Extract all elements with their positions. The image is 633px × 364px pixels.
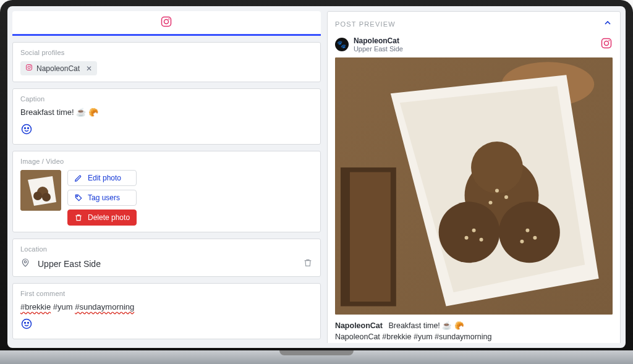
- svg-point-1: [164, 19, 169, 23]
- svg-point-17: [28, 322, 29, 323]
- svg-point-2: [169, 18, 170, 19]
- svg-point-34: [464, 236, 468, 240]
- preview-caption: NapoleonCat Breakfast time! ☕ 🥐: [335, 321, 613, 330]
- emoji-picker-button[interactable]: [20, 318, 33, 330]
- post-preview-panel: POST PREVIEW 🐾 NapoleonCat Upper East Si…: [327, 11, 621, 343]
- preview-caption-text: Breakfast time! ☕ 🥐: [388, 321, 464, 330]
- media-label: Image / Video: [20, 158, 313, 165]
- profile-chip-label: NapoleonCat: [36, 64, 80, 73]
- preview-hashtags-text: #brekkie #yum #sundaymorning: [382, 332, 491, 341]
- svg-point-28: [499, 201, 560, 263]
- svg-point-4: [28, 66, 30, 69]
- post-preview-title: POST PREVIEW: [335, 20, 396, 28]
- laptop-base: [0, 350, 633, 364]
- svg-point-15: [22, 320, 32, 329]
- svg-point-6: [22, 125, 32, 134]
- preview-hashtags-user: NapoleonCat: [335, 332, 380, 341]
- svg-point-33: [472, 229, 475, 232]
- location-clear-button[interactable]: [303, 258, 313, 270]
- location-pin-icon: [20, 258, 30, 270]
- tag-users-button[interactable]: Tag users: [67, 190, 137, 206]
- svg-point-12: [42, 193, 51, 201]
- svg-point-20: [608, 40, 610, 41]
- svg-point-32: [488, 201, 492, 205]
- laptop-frame: Social profiles Napol: [0, 0, 633, 364]
- svg-point-8: [28, 127, 29, 129]
- location-input[interactable]: [36, 258, 297, 269]
- instagram-icon: [160, 15, 172, 30]
- instagram-icon: [600, 37, 613, 52]
- caption-card: Caption Breakfast time! ☕ 🥐: [12, 88, 321, 145]
- media-card: Image / Video: [12, 151, 321, 232]
- caption-text[interactable]: Breakfast time! ☕ 🥐: [20, 108, 313, 117]
- delete-photo-button[interactable]: Delete photo: [67, 210, 137, 226]
- preview-account-name: NapoleonCat: [354, 36, 403, 45]
- svg-rect-18: [602, 39, 611, 48]
- first-comment-card: First comment #brekkie #yum #sundaymorni…: [12, 283, 321, 339]
- avatar: 🐾: [335, 38, 349, 51]
- svg-point-31: [504, 195, 508, 199]
- svg-point-7: [25, 127, 26, 129]
- first-comment-label: First comment: [20, 290, 313, 297]
- svg-point-36: [525, 229, 529, 232]
- svg-point-30: [495, 188, 499, 192]
- svg-rect-3: [27, 65, 32, 70]
- location-card: Location: [12, 239, 321, 277]
- svg-rect-0: [162, 17, 171, 26]
- social-profiles-card: Social profiles Napol: [12, 42, 321, 82]
- location-label: Location: [20, 245, 313, 253]
- svg-point-29: [471, 142, 523, 193]
- delete-photo-label: Delete photo: [88, 213, 130, 222]
- svg-point-14: [24, 261, 26, 263]
- social-profiles-label: Social profiles: [20, 49, 313, 56]
- svg-rect-25: [350, 172, 391, 302]
- edit-photo-label: Edit photo: [88, 174, 121, 182]
- edit-photo-button[interactable]: Edit photo: [67, 170, 137, 186]
- svg-point-37: [533, 236, 537, 240]
- hashtag-3: #sundaymorning: [75, 302, 134, 311]
- channel-tab-instagram[interactable]: [12, 11, 321, 36]
- collapse-preview-button[interactable]: [603, 18, 613, 30]
- svg-point-19: [605, 41, 609, 46]
- hashtag-1: #brekkie: [20, 302, 51, 311]
- screen: Social profiles Napol: [7, 6, 626, 348]
- preview-hashtags: NapoleonCat #brekkie #yum #sundaymorning: [335, 332, 613, 341]
- preview-caption-user: NapoleonCat: [335, 321, 383, 330]
- composer-app: Social profiles Napol: [12, 11, 621, 343]
- svg-point-5: [30, 66, 31, 66]
- svg-point-11: [33, 192, 42, 200]
- svg-point-35: [479, 238, 483, 242]
- emoji-picker-button[interactable]: [20, 123, 33, 135]
- laptop-notch: [279, 350, 354, 355]
- svg-point-27: [439, 201, 500, 263]
- first-comment-text[interactable]: #brekkie #yum #sundaymorning: [20, 302, 313, 311]
- profile-chip-napoleoncat[interactable]: NapoleonCat ✕: [20, 61, 97, 75]
- profile-chip-remove[interactable]: ✕: [86, 64, 92, 73]
- preview-account-sub: Upper East Side: [354, 45, 403, 53]
- instagram-icon: [25, 64, 33, 73]
- svg-point-13: [77, 196, 78, 197]
- preview-image: [335, 57, 613, 315]
- media-thumbnail[interactable]: [20, 170, 61, 211]
- caption-label: Caption: [20, 95, 313, 103]
- tag-users-label: Tag users: [88, 193, 120, 202]
- svg-point-16: [25, 322, 26, 323]
- svg-point-38: [520, 240, 524, 243]
- profile-chip-row: NapoleonCat ✕: [20, 61, 313, 75]
- hashtag-2: #yum: [53, 302, 75, 311]
- composer-column: Social profiles Napol: [12, 11, 321, 343]
- preview-column: POST PREVIEW 🐾 NapoleonCat Upper East Si…: [327, 11, 621, 343]
